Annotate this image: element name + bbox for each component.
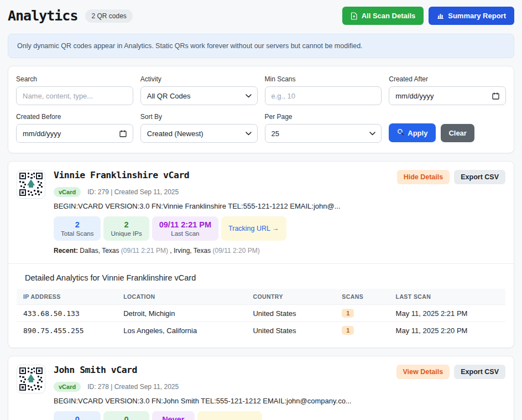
created-after-input[interactable]: mm/dd/yyyy — [389, 86, 506, 105]
qr-content-preview: BEGIN:VCARD VERSION:3.0 FN:Vinnie Frankl… — [54, 202, 505, 210]
unique-ips-chip: 2 Unique IPs — [103, 216, 149, 241]
all-scan-details-button[interactable]: All Scan Details — [342, 7, 424, 25]
search-label: Search — [16, 75, 133, 83]
qr-card-john: John Smith vCard View Details Export CSV… — [8, 356, 514, 420]
topbar-actions: All Scan Details Summary Report — [342, 7, 514, 25]
table-row: 890.75.455.255 Los Angeles, California U… — [17, 322, 505, 339]
summary-report-label: Summary Report — [448, 12, 506, 20]
qr-card-vinnie: Vinnie Franklinshire vCard Hide Details … — [8, 161, 514, 348]
min-scans-input[interactable] — [272, 92, 375, 100]
search-input[interactable] — [23, 92, 127, 100]
export-csv-button[interactable]: Export CSV — [454, 365, 505, 379]
recent-time-2: (09/11 2:20 PM) — [212, 247, 259, 255]
total-scans-chip: 2 Total Scans — [54, 216, 101, 241]
cell-last-scan: May 11, 2025 2:21 PM — [389, 305, 505, 322]
qr-meta: ID: 278 | Created Sep 11, 2025 — [87, 383, 179, 391]
sort-by-field: Sort By Created (Newest) — [140, 113, 258, 143]
hide-details-button[interactable]: Hide Details — [397, 170, 450, 184]
magnifier-icon — [397, 128, 404, 137]
created-after-field: Created After mm/dd/yyyy — [389, 75, 506, 105]
cell-scans: 1 — [335, 322, 389, 339]
unique-ips-chip: 0 Unique IPs — [103, 411, 149, 420]
scan-details-table: IP ADDRESS LOCATION COUNTRY SCANS LAST S… — [17, 289, 505, 339]
created-before-input[interactable]: mm/dd/yyyy — [16, 124, 133, 143]
per-page-field: Per Page 25 — [265, 113, 382, 143]
total-scans-value: 0 — [61, 415, 93, 420]
sort-by-select[interactable]: Created (Newest) — [147, 129, 251, 138]
qr-code-thumbnail — [17, 365, 45, 393]
qr-title: Vinnie Franklinshire vCard — [54, 170, 189, 180]
scan-count-badge: 1 — [342, 309, 354, 318]
bar-chart-icon — [437, 12, 444, 19]
export-csv-button[interactable]: Export CSV — [454, 170, 505, 184]
col-country: COUNTRY — [246, 289, 335, 305]
qr-title: John Smith vCard — [54, 365, 137, 375]
cell-last-scan: May 11, 2025 2:20 PM — [389, 322, 505, 339]
cell-location: Los Angeles, California — [117, 322, 246, 339]
calendar-icon[interactable] — [119, 130, 127, 137]
card-divider — [8, 263, 514, 264]
created-before-label: Created Before — [16, 113, 133, 121]
cell-country: United States — [246, 305, 335, 322]
qr-meta: ID: 279 | Created Sep 11, 2025 — [87, 188, 179, 196]
cell-ip: 433.68.50.133 — [17, 305, 117, 322]
cell-scans: 1 — [335, 305, 389, 322]
tracking-url-chip: Tracking URL → — [197, 411, 262, 420]
last-scan-chip: 09/11 2:21 PM Last Scan — [152, 216, 218, 241]
view-details-button[interactable]: View Details — [396, 365, 450, 379]
created-before-value: mm/dd/yyyy — [23, 129, 61, 138]
summary-report-button[interactable]: Summary Report — [429, 7, 514, 25]
recent-location-2: Irving, Texas — [174, 247, 212, 255]
apply-button[interactable]: Apply — [389, 123, 436, 142]
last-scan-chip: Never Last Scan — [152, 411, 195, 420]
tracking-url-link[interactable]: Tracking URL → — [228, 225, 279, 232]
min-scans-label: Min Scans — [265, 75, 382, 83]
unique-ips-label: Unique IPs — [111, 230, 142, 237]
analytics-page: Analytics 2 QR codes All Scan Details Su… — [8, 0, 514, 420]
all-scan-details-label: All Scan Details — [362, 12, 416, 20]
per-page-select[interactable]: 25 — [272, 129, 375, 138]
unique-ips-value: 0 — [111, 415, 142, 420]
sort-by-label: Sort By — [140, 113, 258, 121]
last-scan-value: 09/11 2:21 PM — [159, 220, 211, 229]
recent-label: Recent: — [54, 247, 78, 255]
detailed-analytics-heading: Detailed Analytics for Vinnie Franklinsh… — [25, 273, 505, 282]
vcard-type-badge: vCard — [54, 382, 81, 392]
activity-field: Activity All QR Codes — [140, 75, 258, 105]
min-scans-field: Min Scans — [265, 75, 382, 105]
info-banner: Only dynamic QR codes appear in Analytic… — [8, 34, 514, 58]
cell-ip: 890.75.455.255 — [17, 322, 117, 339]
vcard-type-badge: vCard — [54, 187, 81, 197]
recent-scans-line: Recent: Dallas, Texas (09/11 2:21 PM) , … — [54, 247, 505, 255]
clear-button[interactable]: Clear — [441, 124, 474, 142]
search-field: Search — [16, 75, 133, 105]
per-page-label: Per Page — [265, 113, 382, 121]
created-after-value: mm/dd/yyyy — [395, 92, 434, 100]
qr-code-thumbnail — [17, 170, 45, 199]
stat-row: 0 Total Scans 0 Unique IPs Never Last Sc… — [54, 411, 505, 420]
stat-row: 2 Total Scans 2 Unique IPs 09/11 2:21 PM… — [54, 216, 505, 241]
total-scans-label: Total Scans — [61, 230, 93, 237]
calendar-icon[interactable] — [492, 92, 499, 100]
table-row: 433.68.50.133 Detroit, Michigin United S… — [17, 305, 505, 322]
activity-select[interactable]: All QR Codes — [147, 92, 251, 100]
topbar: Analytics 2 QR codes All Scan Details Su… — [8, 7, 514, 25]
scan-count-badge: 1 — [342, 326, 354, 335]
last-scan-value: Never — [159, 415, 187, 420]
total-scans-chip: 0 Total Scans — [54, 411, 101, 420]
created-after-label: Created After — [389, 75, 506, 83]
col-ip-address: IP ADDRESS — [17, 289, 117, 305]
qr-content-preview: BEGIN:VCARD VERSION:3.0 FN:John Smith TE… — [54, 397, 505, 405]
page-title: Analytics — [8, 8, 77, 24]
qr-count-badge: 2 QR codes — [85, 9, 132, 23]
filters-panel: Search Activity All QR Codes Min Scans — [8, 66, 514, 153]
col-scans: SCANS — [335, 289, 389, 305]
table-header-row: IP ADDRESS LOCATION COUNTRY SCANS LAST S… — [17, 289, 505, 305]
recent-location-1: Dallas, Texas — [78, 247, 121, 255]
col-last-scan: LAST SCAN — [389, 289, 505, 305]
created-before-field: Created Before mm/dd/yyyy — [16, 113, 133, 143]
recent-time-1: (09/11 2:21 PM) — [121, 247, 168, 255]
cell-country: United States — [246, 322, 335, 339]
col-location: LOCATION — [117, 289, 246, 305]
cell-location: Detroit, Michigin — [117, 305, 246, 322]
